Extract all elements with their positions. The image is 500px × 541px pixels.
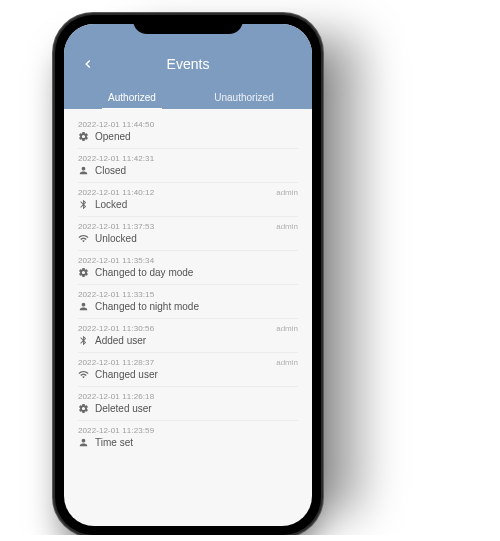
bluetooth-icon bbox=[78, 199, 89, 210]
event-timestamp: 2022-12-01 11:26:18 bbox=[78, 392, 154, 401]
event-row[interactable]: 2022-12-01 11:23:59Time set bbox=[78, 421, 298, 454]
person-icon-wrap bbox=[78, 437, 89, 448]
event-row[interactable]: 2022-12-01 11:30:56adminAdded user bbox=[78, 319, 298, 353]
event-row[interactable]: 2022-12-01 11:44:50Opened bbox=[78, 115, 298, 149]
event-timestamp: 2022-12-01 11:40:12 bbox=[78, 188, 154, 197]
event-body: Changed to night mode bbox=[78, 301, 298, 312]
event-body: Deleted user bbox=[78, 403, 298, 414]
event-row[interactable]: 2022-12-01 11:28:37adminChanged user bbox=[78, 353, 298, 387]
page-title: Events bbox=[167, 56, 210, 72]
back-button[interactable] bbox=[78, 54, 98, 74]
event-user: admin bbox=[276, 222, 298, 231]
gear-icon-wrap bbox=[78, 267, 89, 278]
event-body: Locked bbox=[78, 199, 298, 210]
event-action: Added user bbox=[95, 335, 146, 346]
event-action: Locked bbox=[95, 199, 127, 210]
event-timestamp: 2022-12-01 11:30:56 bbox=[78, 324, 154, 333]
bluetooth-icon-wrap bbox=[78, 199, 89, 210]
event-meta: 2022-12-01 11:44:50 bbox=[78, 120, 298, 129]
phone-notch bbox=[133, 15, 243, 34]
tab-unauthorized[interactable]: Unauthorized bbox=[188, 86, 300, 109]
bluetooth-icon bbox=[78, 335, 89, 346]
event-meta: 2022-12-01 11:28:37admin bbox=[78, 358, 298, 367]
event-timestamp: 2022-12-01 11:23:59 bbox=[78, 426, 154, 435]
wifi-icon-wrap bbox=[78, 233, 89, 244]
person-icon-wrap bbox=[78, 165, 89, 176]
event-body: Unlocked bbox=[78, 233, 298, 244]
event-body: Added user bbox=[78, 335, 298, 346]
event-row[interactable]: 2022-12-01 11:26:18Deleted user bbox=[78, 387, 298, 421]
wifi-icon-wrap bbox=[78, 369, 89, 380]
event-body: Time set bbox=[78, 437, 298, 448]
event-meta: 2022-12-01 11:30:56admin bbox=[78, 324, 298, 333]
event-meta: 2022-12-01 11:26:18 bbox=[78, 392, 298, 401]
gear-icon-wrap bbox=[78, 131, 89, 142]
event-row[interactable]: 2022-12-01 11:40:12adminLocked bbox=[78, 183, 298, 217]
event-meta: 2022-12-01 11:33:15 bbox=[78, 290, 298, 299]
event-body: Closed bbox=[78, 165, 298, 176]
event-meta: 2022-12-01 11:40:12admin bbox=[78, 188, 298, 197]
tab-authorized[interactable]: Authorized bbox=[76, 86, 188, 109]
event-action: Deleted user bbox=[95, 403, 152, 414]
gear-icon bbox=[78, 267, 89, 278]
event-row[interactable]: 2022-12-01 11:37:53adminUnlocked bbox=[78, 217, 298, 251]
events-list[interactable]: 2022-12-01 11:44:50Opened2022-12-01 11:4… bbox=[64, 109, 312, 454]
person-icon bbox=[78, 437, 89, 448]
chevron-left-icon bbox=[81, 57, 95, 71]
bluetooth-icon-wrap bbox=[78, 335, 89, 346]
event-timestamp: 2022-12-01 11:33:15 bbox=[78, 290, 154, 299]
gear-icon bbox=[78, 403, 89, 414]
event-row[interactable]: 2022-12-01 11:35:34Changed to day mode bbox=[78, 251, 298, 285]
event-timestamp: 2022-12-01 11:28:37 bbox=[78, 358, 154, 367]
person-icon-wrap bbox=[78, 301, 89, 312]
event-meta: 2022-12-01 11:23:59 bbox=[78, 426, 298, 435]
event-action: Opened bbox=[95, 131, 131, 142]
event-timestamp: 2022-12-01 11:35:34 bbox=[78, 256, 154, 265]
event-timestamp: 2022-12-01 11:42:31 bbox=[78, 154, 154, 163]
event-meta: 2022-12-01 11:35:34 bbox=[78, 256, 298, 265]
wifi-icon bbox=[78, 369, 89, 380]
gear-icon bbox=[78, 131, 89, 142]
tabs: Authorized Unauthorized bbox=[76, 86, 300, 109]
event-user: admin bbox=[276, 188, 298, 197]
event-user: admin bbox=[276, 324, 298, 333]
person-icon bbox=[78, 165, 89, 176]
event-row[interactable]: 2022-12-01 11:33:15Changed to night mode bbox=[78, 285, 298, 319]
event-user: admin bbox=[276, 358, 298, 367]
event-action: Changed to night mode bbox=[95, 301, 199, 312]
event-body: Changed to day mode bbox=[78, 267, 298, 278]
event-action: Closed bbox=[95, 165, 126, 176]
event-timestamp: 2022-12-01 11:37:53 bbox=[78, 222, 154, 231]
wifi-icon bbox=[78, 233, 89, 244]
event-action: Unlocked bbox=[95, 233, 137, 244]
event-meta: 2022-12-01 11:42:31 bbox=[78, 154, 298, 163]
event-body: Opened bbox=[78, 131, 298, 142]
event-row[interactable]: 2022-12-01 11:42:31Closed bbox=[78, 149, 298, 183]
person-icon bbox=[78, 301, 89, 312]
phone-frame: Events Authorized Unauthorized 2022-12-0… bbox=[55, 15, 321, 535]
gear-icon-wrap bbox=[78, 403, 89, 414]
event-action: Time set bbox=[95, 437, 133, 448]
event-timestamp: 2022-12-01 11:44:50 bbox=[78, 120, 154, 129]
event-action: Changed to day mode bbox=[95, 267, 193, 278]
app-header: Events Authorized Unauthorized bbox=[64, 24, 312, 109]
screen: Events Authorized Unauthorized 2022-12-0… bbox=[64, 24, 312, 526]
event-body: Changed user bbox=[78, 369, 298, 380]
event-meta: 2022-12-01 11:37:53admin bbox=[78, 222, 298, 231]
event-action: Changed user bbox=[95, 369, 158, 380]
